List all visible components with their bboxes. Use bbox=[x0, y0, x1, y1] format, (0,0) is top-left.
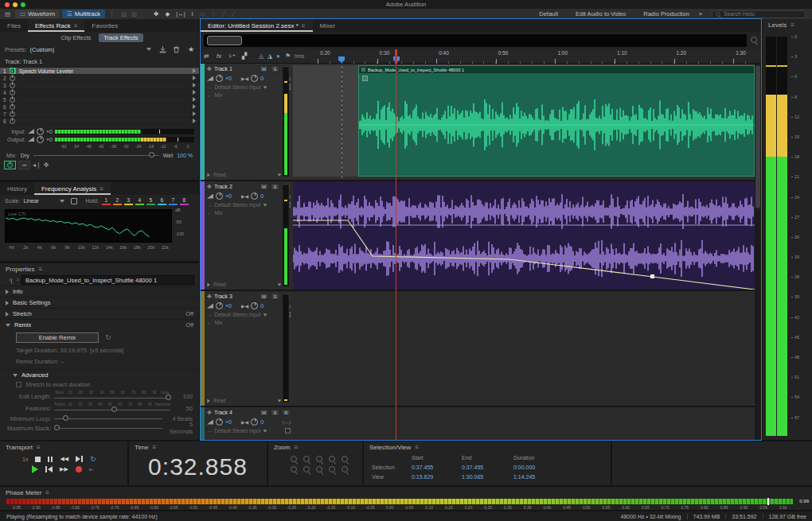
track-pan-knob[interactable] bbox=[251, 192, 258, 200]
tab-history[interactable]: History bbox=[0, 182, 34, 195]
features-slider[interactable] bbox=[54, 406, 170, 414]
effect-options-icon[interactable] bbox=[193, 90, 196, 95]
favorite-icon[interactable]: ★ bbox=[188, 45, 194, 53]
effect-options-icon[interactable] bbox=[193, 97, 196, 102]
track-volume-knob[interactable] bbox=[216, 418, 223, 426]
tab-mixer[interactable]: Mixer bbox=[313, 19, 343, 32]
effect-power-icon[interactable] bbox=[10, 119, 15, 124]
selection-duration-value[interactable]: 0:00.000 bbox=[513, 465, 535, 470]
marker-flag-icon[interactable]: ⚑ bbox=[285, 52, 291, 60]
time-selection-tool-icon[interactable]: I bbox=[192, 10, 193, 17]
rack-route-icon[interactable]: ✥ bbox=[44, 161, 49, 169]
effect-power-icon[interactable] bbox=[10, 83, 15, 88]
search-box[interactable] bbox=[712, 10, 806, 18]
stop-button[interactable] bbox=[35, 457, 41, 462]
mute-button[interactable]: M bbox=[260, 409, 268, 416]
remix-refresh-icon[interactable]: ↻ bbox=[105, 333, 111, 341]
frequency-graph[interactable]: Live CTI bbox=[5, 209, 172, 243]
effect-power-icon[interactable] bbox=[10, 68, 16, 74]
view-start-value[interactable]: 0:15.829 bbox=[412, 474, 433, 480]
zoom-in-time-icon[interactable] bbox=[291, 456, 297, 462]
brush-tool-icon[interactable]: ╱ bbox=[232, 10, 236, 17]
navigator-viewport-handle[interactable] bbox=[207, 36, 242, 45]
panel-menu-icon[interactable]: ≡ bbox=[74, 22, 78, 29]
sync-lock-icon[interactable]: ● bbox=[276, 52, 280, 60]
panel-menu-icon[interactable]: ≡ bbox=[294, 444, 298, 451]
zoom-out-amplitude-icon[interactable] bbox=[303, 466, 310, 472]
min-loop-slider[interactable] bbox=[54, 415, 162, 422]
import-icon[interactable]: ▥ bbox=[121, 10, 127, 17]
track-output[interactable]: Mix bbox=[215, 320, 223, 325]
time-display[interactable]: 0:32.858 bbox=[129, 453, 267, 480]
rack-monitor-icon[interactable]: ◂❘ bbox=[33, 161, 41, 169]
tab-effects-rack[interactable]: Effects Rack≡ bbox=[28, 19, 84, 32]
mute-button[interactable]: M bbox=[260, 65, 268, 72]
mix-slider[interactable] bbox=[33, 152, 159, 159]
playhead-ruler-handle[interactable] bbox=[395, 49, 397, 64]
input-gain-knob[interactable] bbox=[37, 128, 44, 135]
effect-options-icon[interactable] bbox=[193, 83, 196, 87]
clip-header[interactable]: Backup_Mode_Used_to_Inspect_Shuttle 4800… bbox=[359, 66, 754, 73]
playback-speed[interactable]: 1x bbox=[22, 457, 28, 462]
zoom-last-icon[interactable] bbox=[342, 466, 348, 472]
hold-button[interactable]: 1 bbox=[102, 197, 111, 205]
effect-slot-empty[interactable]: 5 bbox=[0, 96, 199, 103]
track4-lane[interactable] bbox=[293, 407, 755, 440]
panel-menu-icon[interactable]: ≡ bbox=[37, 444, 41, 451]
effect-options-icon[interactable] bbox=[193, 119, 196, 123]
zoom-full-icon[interactable] bbox=[329, 466, 335, 472]
scan-icon[interactable] bbox=[71, 198, 77, 204]
play-to-end-button[interactable] bbox=[76, 456, 83, 462]
delete-preset-icon[interactable] bbox=[173, 46, 180, 53]
solo-button[interactable]: S bbox=[271, 65, 279, 72]
track1-clip[interactable]: Backup_Mode_Used_to_Inspect_Shuttle 4800… bbox=[358, 65, 755, 177]
effect-options-icon[interactable] bbox=[193, 68, 196, 73]
effect-slot-empty[interactable]: 4 bbox=[0, 89, 199, 96]
scale-dropdown[interactable]: Linear bbox=[23, 198, 64, 204]
automation-mode[interactable]: Read bbox=[213, 172, 226, 177]
section-advanced[interactable]: Advanced bbox=[0, 369, 199, 380]
stretch-exact-checkbox[interactable]: Stretch to exact duration bbox=[0, 380, 199, 389]
effect-slot-empty[interactable]: 3 bbox=[0, 82, 199, 89]
workspace-button[interactable]: Radio Production bbox=[643, 10, 689, 17]
effect-power-icon[interactable] bbox=[10, 97, 15, 103]
play-button[interactable] bbox=[32, 465, 38, 473]
zoom-out-time-icon[interactable] bbox=[303, 456, 310, 462]
track-name[interactable]: Track 2 bbox=[214, 184, 232, 189]
tab-favorites[interactable]: Favorites bbox=[84, 19, 125, 32]
mute-button[interactable]: M bbox=[260, 293, 268, 300]
pause-button[interactable] bbox=[48, 457, 53, 462]
track-input[interactable]: Default Stereo Input bbox=[215, 428, 261, 434]
tab-frequency-analysis[interactable]: Frequency Analysis≡ bbox=[34, 182, 111, 195]
workspace-button[interactable]: Default bbox=[539, 10, 558, 17]
clip-name-field[interactable]: Backup_Mode_Used_to_Inspect_Shuttle 4800… bbox=[21, 275, 194, 285]
io-toggle-icon[interactable]: (↔) bbox=[283, 420, 291, 425]
track-name[interactable]: Track 1 bbox=[214, 66, 232, 72]
section-info[interactable]: Info bbox=[0, 286, 199, 297]
solo-button[interactable]: S bbox=[271, 293, 279, 300]
max-slack-slider[interactable] bbox=[54, 425, 162, 432]
presets-dropdown-icon[interactable] bbox=[146, 48, 151, 51]
automation-mode[interactable]: Read bbox=[213, 398, 226, 403]
tracks-scrollbar[interactable] bbox=[755, 64, 761, 440]
effect-power-icon[interactable] bbox=[10, 111, 15, 117]
track-volume-knob[interactable] bbox=[216, 192, 223, 200]
save-preset-icon[interactable] bbox=[159, 46, 166, 53]
track-name[interactable]: Track 4 bbox=[214, 410, 232, 415]
effect-power-icon[interactable] bbox=[10, 76, 15, 81]
show-effects-icon[interactable]: fx bbox=[217, 52, 221, 60]
panel-menu-icon[interactable]: ≡ bbox=[38, 266, 42, 273]
hold-button[interactable]: 4 bbox=[135, 197, 144, 205]
track-input[interactable]: Default Stereo Input bbox=[215, 84, 261, 90]
track-output[interactable]: Mix bbox=[215, 92, 223, 98]
track-volume-knob[interactable] bbox=[216, 302, 223, 309]
record-button[interactable] bbox=[76, 466, 82, 472]
loop-playback-button[interactable]: ↻ bbox=[90, 455, 96, 463]
panel-menu-icon[interactable]: ≡ bbox=[45, 489, 49, 496]
clip-group-icon[interactable]: ⊦* bbox=[229, 52, 235, 60]
rack-power-toggle[interactable] bbox=[4, 161, 16, 169]
panel-menu-icon[interactable]: ≡ bbox=[415, 444, 419, 451]
track-pan-knob[interactable] bbox=[251, 418, 258, 426]
metronome-icon[interactable]: ▞ bbox=[242, 52, 247, 60]
track-input[interactable]: Default Stereo Input bbox=[215, 312, 261, 317]
